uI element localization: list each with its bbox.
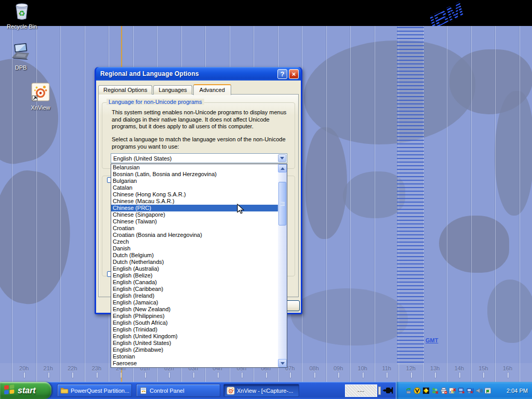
task-button-powerquest-partition[interactable]: PowerQuest Partition...	[57, 384, 132, 397]
language-option[interactable]: English (South Africa)	[111, 320, 278, 326]
timezone-gridline	[520, 26, 520, 382]
language-option[interactable]: Chinese (Taiwan)	[111, 218, 278, 225]
timezone-label: 09h	[326, 365, 351, 373]
language-option[interactable]: Czech	[111, 238, 278, 245]
language-option[interactable]: Bosnian (Latin, Bosnia and Herzegovina)	[111, 171, 278, 178]
partitionmagic-icon[interactable]	[422, 387, 430, 395]
close-button[interactable]: ×	[289, 69, 299, 79]
top-banner: IBM	[0, 0, 532, 26]
task-button-xnview-capture[interactable]: XnView - [<Capture-...	[223, 384, 299, 397]
desktop: GMT 20h21h22h23h24h01h02h03h04h05h06h07h…	[0, 0, 532, 399]
timezone-label: 13h	[423, 365, 447, 373]
timezone-gridline	[12, 26, 12, 382]
timezone-label: 15h	[471, 365, 496, 373]
tab-strip: Regional OptionsLanguagesAdvanced	[98, 84, 232, 95]
language-dropdown-list: BelarusianBosnian (Latin, Bosnia and Her…	[111, 164, 287, 368]
language-option[interactable]: Chinese (Singapore)	[111, 211, 278, 218]
groupbox-title: Language for non-Unicode programs	[107, 99, 204, 105]
language-option[interactable]: Croatian	[111, 225, 278, 232]
print-queue-icon[interactable]	[440, 387, 448, 395]
language-option[interactable]: English (Zimbabwe)	[111, 347, 278, 353]
toolbar-handle[interactable]	[378, 387, 381, 395]
language-option[interactable]: English (Belize)	[111, 272, 278, 279]
desktop-icon-dpb[interactable]: DPB	[1, 43, 41, 71]
language-option[interactable]: English (Caribbean)	[111, 286, 278, 292]
language-option[interactable]: English (Australia)	[111, 265, 278, 272]
language-option[interactable]: English (Canada)	[111, 279, 278, 286]
tab-languages[interactable]: Languages	[153, 85, 192, 95]
combobox-value: English (United States)	[113, 155, 172, 162]
taskbar-toolbar[interactable]: ---	[345, 384, 377, 397]
language-option[interactable]: Chinese (PRC)	[111, 205, 278, 211]
laptop-icon	[9, 43, 32, 63]
gmt-meridian-band	[397, 27, 424, 365]
language-option[interactable]: English (Trinidad)	[111, 326, 278, 333]
language-option[interactable]: Dutch (Belgium)	[111, 252, 278, 259]
task-button-label: PowerQuest Partition...	[71, 388, 129, 394]
sync-icon[interactable]	[404, 387, 413, 395]
start-label: start	[18, 386, 36, 395]
dialog-title: Regional and Language Options	[100, 70, 276, 77]
desktop-icon-label: Recycle Bin	[7, 23, 37, 30]
tab-regional-options[interactable]: Regional Options	[98, 85, 152, 95]
gmt-label: GMT	[425, 337, 438, 343]
language-option[interactable]: English (Jamaica)	[111, 299, 278, 306]
language-option[interactable]: English (United States)	[111, 340, 278, 347]
task-button-control-panel[interactable]: Control Panel	[136, 384, 220, 397]
language-option[interactable]: English (Philippines)	[111, 313, 278, 320]
timezone-label: 11h	[375, 365, 399, 373]
scrollbar[interactable]	[278, 164, 287, 367]
messenger-offline-icon[interactable]	[431, 387, 439, 395]
language-option[interactable]: Estonian	[111, 353, 278, 360]
language-option[interactable]: Faeroese	[111, 360, 278, 367]
language-option[interactable]: English (United Kingdom)	[111, 333, 278, 340]
volume-icon[interactable]	[475, 387, 483, 395]
chart-error-icon[interactable]	[448, 387, 457, 395]
phone-icon[interactable]	[413, 387, 421, 395]
timezone-gridline	[326, 26, 327, 382]
ibm-logo: IBM	[425, 0, 467, 26]
task-scheduler-icon[interactable]	[484, 387, 492, 395]
timezone-gridline	[350, 26, 351, 382]
language-option[interactable]: English (New Zealand)	[111, 306, 278, 313]
language-option[interactable]: Catalan	[111, 184, 278, 191]
scroll-down-icon[interactable]	[278, 359, 287, 367]
taskbar: start PowerQuest Partition...Control Pan…	[0, 382, 532, 399]
tab-advanced[interactable]: Advanced	[193, 84, 231, 95]
mouse-cursor	[237, 204, 246, 216]
scroll-up-icon[interactable]	[278, 164, 287, 172]
xnview-shortcut-icon	[31, 83, 50, 103]
language-option[interactable]: Danish	[111, 245, 278, 252]
folder-icon	[60, 387, 69, 395]
svg-text:♻: ♻	[18, 9, 25, 18]
language-option[interactable]: Croatian (Bosnia and Herzegovina)	[111, 232, 278, 238]
power-plug-icon[interactable]	[383, 385, 395, 398]
start-button[interactable]: start	[0, 382, 51, 399]
network-error-icon[interactable]	[457, 387, 466, 395]
dialog-titlebar[interactable]: Regional and Language Options ? ×	[96, 67, 301, 81]
help-button[interactable]: ?	[277, 69, 287, 79]
desktop-icon-xnview[interactable]: XnView	[21, 83, 60, 111]
language-option[interactable]: Chinese (Macau S.A.R.)	[111, 198, 278, 205]
language-combobox[interactable]: English (United States)	[111, 153, 287, 163]
timezone-gridline	[60, 26, 61, 382]
language-option[interactable]: Dutch (Netherlands)	[111, 259, 278, 265]
recycle-bin-icon: ♻	[13, 2, 31, 22]
timezone-label: 12h	[399, 365, 423, 373]
desktop-icon-label: XnView	[31, 104, 50, 111]
language-option[interactable]: English (Ireland)	[111, 292, 278, 299]
taskbar-clock[interactable]: 2:04 PM	[503, 388, 528, 394]
timezone-label: 23h	[85, 365, 109, 373]
language-option[interactable]: Belarusian	[111, 164, 278, 171]
remote-session-icon[interactable]	[466, 387, 474, 395]
desktop-icon-recycle-bin[interactable]: ♻ Recycle Bin	[2, 2, 42, 30]
timezone-label: 20h	[12, 365, 36, 373]
desktop-icon-label: DPB	[15, 64, 27, 71]
timezone-label: 22h	[60, 365, 85, 373]
language-option[interactable]: Bulgarian	[111, 178, 278, 184]
timezone-label: 14h	[447, 365, 472, 373]
scrollbar-thumb[interactable]	[278, 182, 286, 225]
timezone-gridline	[471, 26, 472, 382]
language-option[interactable]: Chinese (Hong Kong S.A.R.)	[111, 191, 278, 198]
chevron-down-icon[interactable]	[278, 154, 286, 162]
